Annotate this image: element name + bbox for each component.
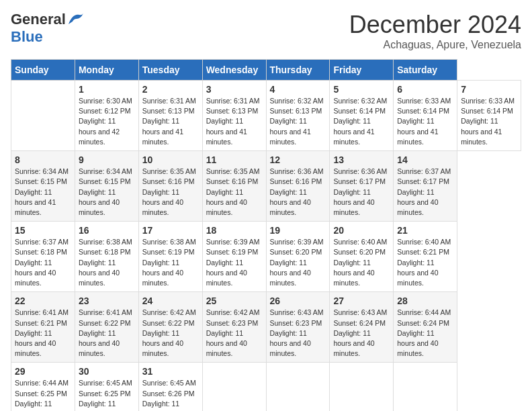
day-number: 21 <box>397 225 453 236</box>
calendar-cell: 13 Sunrise: 6:36 AMSunset: 6:17 PMDaylig… <box>330 151 394 222</box>
day-number: 6 <box>397 84 453 95</box>
calendar-cell <box>330 363 394 411</box>
day-header-friday: Friday <box>330 60 394 81</box>
calendar-cell: 10 Sunrise: 6:35 AMSunset: 6:16 PMDaylig… <box>138 151 202 222</box>
calendar-cell: 17 Sunrise: 6:38 AMSunset: 6:19 PMDaylig… <box>138 222 202 292</box>
day-number: 10 <box>142 154 199 165</box>
cell-info: Sunrise: 6:45 AMSunset: 6:26 PMDaylight:… <box>142 379 196 411</box>
day-header-saturday: Saturday <box>394 60 457 81</box>
calendar-cell: 11 Sunrise: 6:35 AMSunset: 6:16 PMDaylig… <box>202 151 266 222</box>
day-number: 31 <box>142 366 199 377</box>
day-number: 5 <box>333 84 390 95</box>
calendar-body: 1 Sunrise: 6:30 AMSunset: 6:12 PMDayligh… <box>11 81 521 412</box>
calendar-cell: 9 Sunrise: 6:34 AMSunset: 6:15 PMDayligh… <box>75 151 138 222</box>
day-number: 27 <box>333 295 390 306</box>
calendar-cell: 12 Sunrise: 6:36 AMSunset: 6:16 PMDaylig… <box>266 151 330 222</box>
day-header-sunday: Sunday <box>11 60 75 81</box>
cell-info: Sunrise: 6:36 AMSunset: 6:16 PMDaylight:… <box>270 167 324 216</box>
page-header: General Blue December 2024 Achaguas, Apu… <box>11 11 521 51</box>
cell-info: Sunrise: 6:38 AMSunset: 6:19 PMDaylight:… <box>142 238 196 287</box>
cell-info: Sunrise: 6:35 AMSunset: 6:16 PMDaylight:… <box>206 167 260 216</box>
calendar-cell: 21 Sunrise: 6:40 AMSunset: 6:21 PMDaylig… <box>394 222 457 292</box>
location: Achaguas, Apure, Venezuela <box>349 39 521 51</box>
day-number: 26 <box>270 295 326 306</box>
calendar-cell: 5 Sunrise: 6:32 AMSunset: 6:14 PMDayligh… <box>330 81 394 151</box>
cell-info: Sunrise: 6:36 AMSunset: 6:17 PMDaylight:… <box>333 167 387 216</box>
calendar-week-row: 1 Sunrise: 6:30 AMSunset: 6:12 PMDayligh… <box>11 81 521 151</box>
calendar-cell: 20 Sunrise: 6:40 AMSunset: 6:20 PMDaylig… <box>330 222 394 292</box>
day-number: 3 <box>206 84 263 95</box>
day-number: 4 <box>270 84 326 95</box>
cell-info: Sunrise: 6:40 AMSunset: 6:21 PMDaylight:… <box>397 238 451 287</box>
calendar-cell: 25 Sunrise: 6:42 AMSunset: 6:23 PMDaylig… <box>202 292 266 363</box>
cell-info: Sunrise: 6:37 AMSunset: 6:18 PMDaylight:… <box>15 238 69 287</box>
cell-info: Sunrise: 6:34 AMSunset: 6:15 PMDaylight:… <box>15 167 69 216</box>
month-title: December 2024 <box>349 11 521 39</box>
day-number: 24 <box>142 295 199 306</box>
logo-bird-icon <box>67 12 85 27</box>
day-header-wednesday: Wednesday <box>202 60 266 81</box>
cell-info: Sunrise: 6:38 AMSunset: 6:18 PMDaylight:… <box>79 238 132 287</box>
cell-info: Sunrise: 6:39 AMSunset: 6:20 PMDaylight:… <box>270 238 324 287</box>
calendar-cell: 7 Sunrise: 6:33 AMSunset: 6:14 PMDayligh… <box>457 81 521 151</box>
day-number: 16 <box>79 225 135 236</box>
day-number: 13 <box>333 154 390 165</box>
day-number: 8 <box>15 154 71 165</box>
day-number: 29 <box>15 366 71 377</box>
calendar-cell: 2 Sunrise: 6:31 AMSunset: 6:13 PMDayligh… <box>138 81 202 151</box>
calendar-cell: 3 Sunrise: 6:31 AMSunset: 6:13 PMDayligh… <box>202 81 266 151</box>
cell-info: Sunrise: 6:33 AMSunset: 6:14 PMDaylight:… <box>461 97 515 146</box>
cell-info: Sunrise: 6:31 AMSunset: 6:13 PMDaylight:… <box>142 97 196 146</box>
day-number: 30 <box>79 366 135 377</box>
calendar-cell: 29 Sunrise: 6:44 AMSunset: 6:25 PMDaylig… <box>11 363 75 411</box>
day-number: 1 <box>79 84 135 95</box>
day-number: 23 <box>79 295 135 306</box>
cell-info: Sunrise: 6:30 AMSunset: 6:12 PMDaylight:… <box>79 97 132 146</box>
day-number: 19 <box>270 225 326 236</box>
calendar-cell <box>202 363 266 411</box>
calendar-cell: 27 Sunrise: 6:43 AMSunset: 6:24 PMDaylig… <box>330 292 394 363</box>
cell-info: Sunrise: 6:43 AMSunset: 6:24 PMDaylight:… <box>333 308 387 357</box>
logo-blue: Blue <box>11 28 43 45</box>
cell-info: Sunrise: 6:35 AMSunset: 6:16 PMDaylight:… <box>142 167 196 216</box>
calendar-cell: 6 Sunrise: 6:33 AMSunset: 6:14 PMDayligh… <box>394 81 457 151</box>
cell-info: Sunrise: 6:31 AMSunset: 6:13 PMDaylight:… <box>206 97 260 146</box>
day-number: 15 <box>15 225 71 236</box>
cell-info: Sunrise: 6:45 AMSunset: 6:25 PMDaylight:… <box>79 379 132 411</box>
calendar-cell: 1 Sunrise: 6:30 AMSunset: 6:12 PMDayligh… <box>75 81 138 151</box>
calendar-cell: 18 Sunrise: 6:39 AMSunset: 6:19 PMDaylig… <box>202 222 266 292</box>
cell-info: Sunrise: 6:39 AMSunset: 6:19 PMDaylight:… <box>206 238 260 287</box>
cell-info: Sunrise: 6:44 AMSunset: 6:24 PMDaylight:… <box>397 308 451 357</box>
day-header-thursday: Thursday <box>266 60 330 81</box>
day-number: 28 <box>397 295 453 306</box>
day-number: 17 <box>142 225 199 236</box>
day-number: 18 <box>206 225 263 236</box>
calendar-week-row: 8 Sunrise: 6:34 AMSunset: 6:15 PMDayligh… <box>11 151 521 222</box>
day-number: 25 <box>206 295 263 306</box>
calendar-week-row: 29 Sunrise: 6:44 AMSunset: 6:25 PMDaylig… <box>11 363 521 411</box>
cell-info: Sunrise: 6:32 AMSunset: 6:13 PMDaylight:… <box>270 97 324 146</box>
cell-info: Sunrise: 6:41 AMSunset: 6:22 PMDaylight:… <box>79 308 132 357</box>
day-number: 7 <box>461 84 517 95</box>
cell-info: Sunrise: 6:37 AMSunset: 6:17 PMDaylight:… <box>397 167 451 216</box>
calendar-cell <box>266 363 330 411</box>
cell-info: Sunrise: 6:33 AMSunset: 6:14 PMDaylight:… <box>397 97 451 146</box>
calendar-cell: 15 Sunrise: 6:37 AMSunset: 6:18 PMDaylig… <box>11 222 75 292</box>
cell-info: Sunrise: 6:42 AMSunset: 6:22 PMDaylight:… <box>142 308 196 357</box>
day-number: 22 <box>15 295 71 306</box>
calendar-cell: 30 Sunrise: 6:45 AMSunset: 6:25 PMDaylig… <box>75 363 138 411</box>
calendar-cell: 24 Sunrise: 6:42 AMSunset: 6:22 PMDaylig… <box>138 292 202 363</box>
day-number: 9 <box>79 154 135 165</box>
calendar-cell: 31 Sunrise: 6:45 AMSunset: 6:26 PMDaylig… <box>138 363 202 411</box>
calendar-cell: 28 Sunrise: 6:44 AMSunset: 6:24 PMDaylig… <box>394 292 457 363</box>
day-number: 14 <box>397 154 453 165</box>
calendar-table: SundayMondayTuesdayWednesdayThursdayFrid… <box>11 59 521 411</box>
cell-info: Sunrise: 6:44 AMSunset: 6:25 PMDaylight:… <box>15 379 69 411</box>
calendar-cell <box>394 363 457 411</box>
calendar-cell: 19 Sunrise: 6:39 AMSunset: 6:20 PMDaylig… <box>266 222 330 292</box>
calendar-header-row: SundayMondayTuesdayWednesdayThursdayFrid… <box>11 60 521 81</box>
logo: General Blue <box>11 11 85 46</box>
calendar-cell: 23 Sunrise: 6:41 AMSunset: 6:22 PMDaylig… <box>75 292 138 363</box>
calendar-week-row: 15 Sunrise: 6:37 AMSunset: 6:18 PMDaylig… <box>11 222 521 292</box>
calendar-cell: 16 Sunrise: 6:38 AMSunset: 6:18 PMDaylig… <box>75 222 138 292</box>
